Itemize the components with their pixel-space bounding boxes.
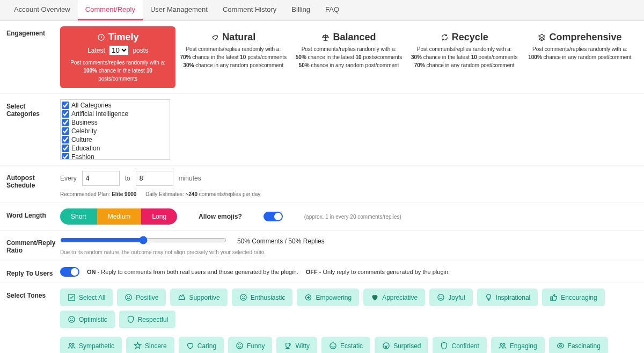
tab-comment-history[interactable]: Comment History (215, 0, 284, 20)
category-checkbox[interactable] (62, 136, 69, 143)
autopost-to-input[interactable] (136, 171, 173, 186)
star-icon (134, 342, 142, 350)
category-checkbox[interactable] (62, 119, 69, 126)
tab-billing[interactable]: Billing (284, 0, 318, 20)
autopost-unit-text: minutes (179, 175, 201, 182)
tone-joyful[interactable]: Joyful (429, 289, 472, 306)
tone-inspirational[interactable]: Inspirational (477, 289, 538, 306)
engagement-card-balanced[interactable]: BalancedPost comments/replies randomly w… (291, 26, 406, 88)
autopost-label: Autopost Schedule (6, 171, 60, 197)
engagement-latest-select[interactable]: 10 (109, 45, 129, 55)
tone-sympathetic[interactable]: Sympathetic (60, 337, 122, 353)
category-item[interactable]: Fashion (62, 153, 169, 160)
allow-emojis-toggle[interactable] (264, 212, 283, 221)
word-length-long[interactable]: Long (141, 208, 177, 225)
engagement-card-comprehensive[interactable]: ComprehensivePost comments/replies rando… (522, 26, 638, 88)
reply-users-label: Reply To Users (6, 266, 60, 277)
surprise-icon (382, 342, 390, 350)
categories-listbox[interactable]: All Categories Artificial Intelligence B… (60, 99, 170, 160)
tone-empowering[interactable]: Empowering (297, 289, 359, 306)
engagement-desc: Post comments/replies randomly with a:50… (295, 45, 402, 69)
smile-icon (329, 342, 337, 350)
allow-emojis-label: Allow emojis? (199, 213, 242, 220)
cup-icon (284, 342, 292, 350)
tone-appreciative[interactable]: Appreciative (363, 289, 425, 306)
word-length-short[interactable]: Short (60, 208, 97, 225)
top-tabs: Account Overview Comment/Reply User Mana… (0, 0, 644, 21)
word-length-label: Word Length (6, 208, 60, 225)
tone-optimistic[interactable]: Optimistic (60, 311, 115, 328)
autopost-to-text: to (125, 175, 130, 182)
tone-surprised[interactable]: Surprised (375, 337, 428, 353)
category-checkbox[interactable] (62, 153, 69, 160)
autopost-from-input[interactable] (82, 171, 120, 186)
engagement-desc: Post comments/replies randomly with a:30… (411, 45, 518, 69)
engagement-card-recycle[interactable]: RecyclePost comments/replies randomly wi… (407, 26, 522, 88)
tone-engaging[interactable]: Engaging (491, 337, 545, 353)
tone-supportive[interactable]: Supportive (170, 289, 227, 306)
category-item[interactable]: Culture (62, 135, 169, 144)
ratio-text: 50% Comments / 50% Replies (237, 237, 325, 245)
word-length-medium[interactable]: Medium (97, 208, 142, 225)
category-item[interactable]: All Categories (62, 101, 169, 110)
thumb-icon (550, 293, 558, 301)
tone-confident[interactable]: Confident (433, 337, 486, 353)
eye-icon (557, 342, 565, 350)
tab-user-management[interactable]: User Management (143, 0, 215, 20)
category-item[interactable]: Artificial Intelligence (62, 110, 169, 118)
smile-icon (437, 293, 445, 301)
allow-emojis-note: (approx. 1 in every 20 comments/replies) (304, 214, 401, 220)
tone-witty[interactable]: Witty (276, 337, 317, 353)
category-item[interactable]: Business (62, 118, 169, 127)
engagement-desc: Post comments/replies randomly with a:70… (180, 45, 287, 69)
smile-icon (239, 293, 247, 301)
tone-fascinating[interactable]: Fascinating (549, 337, 608, 353)
check-icon (68, 293, 76, 301)
category-checkbox[interactable] (62, 110, 69, 118)
category-checkbox[interactable] (62, 127, 69, 135)
smile-icon (236, 342, 244, 350)
reply-on-text: ON - Reply to comments from both real us… (87, 269, 298, 275)
word-length-pills: Short Medium Long (60, 208, 177, 225)
category-checkbox[interactable] (62, 102, 69, 109)
tone-select-all[interactable]: Select All (60, 289, 113, 306)
tone-ecstatic[interactable]: Ecstatic (321, 337, 370, 353)
ratio-slider[interactable] (60, 236, 226, 244)
autopost-recommendation: Recommended Plan: Elite 9000 Daily Estim… (60, 191, 638, 197)
tab-account-overview[interactable]: Account Overview (6, 0, 78, 20)
category-item[interactable]: Celebrity (62, 127, 169, 135)
engagement-desc: Post comments/replies randomly with a:10… (64, 59, 171, 83)
hand-icon (178, 293, 186, 301)
shield-icon (440, 342, 448, 350)
tone-enthusiastic[interactable]: Enthusiastic (232, 289, 293, 306)
scale-icon (321, 33, 330, 41)
engagement-latest: Latest 10 posts (64, 45, 171, 55)
tone-respectful[interactable]: Respectful (119, 311, 176, 328)
ratio-note: Due to its random nature, the outcome ma… (60, 249, 638, 255)
heart-icon (371, 293, 379, 301)
reply-users-toggle[interactable] (60, 267, 79, 277)
autopost-every-text: Every (60, 175, 77, 182)
recycle-icon (441, 33, 449, 41)
tone-funny[interactable]: Funny (228, 337, 272, 353)
leaf-icon (211, 33, 219, 41)
tone-encouraging[interactable]: Encouraging (542, 289, 604, 306)
ratio-label: Comment/Reply Ratio (6, 236, 60, 255)
layers-icon (538, 33, 546, 41)
tones-label: Select Tones (6, 289, 60, 353)
tone-caring[interactable]: Caring (179, 337, 224, 353)
tab-comment-reply[interactable]: Comment/Reply (78, 0, 143, 20)
tab-faq[interactable]: FAQ (318, 0, 347, 20)
heart2-icon (186, 342, 194, 350)
smile-icon (68, 315, 76, 323)
engagement-card-natural[interactable]: NaturalPost comments/replies randomly wi… (175, 26, 291, 88)
reply-off-text: OFF - Only reply to comments generated b… (306, 269, 450, 275)
category-checkbox[interactable] (62, 145, 69, 152)
tone-positive[interactable]: Positive (117, 289, 166, 306)
category-item[interactable]: Education (62, 144, 169, 153)
clock-icon (97, 33, 105, 41)
tone-sincere[interactable]: Sincere (126, 337, 174, 353)
bulb-icon (485, 293, 493, 301)
engagement-card-timely[interactable]: TimelyLatest 10 postsPost comments/repli… (60, 26, 175, 88)
people-icon (499, 342, 507, 350)
